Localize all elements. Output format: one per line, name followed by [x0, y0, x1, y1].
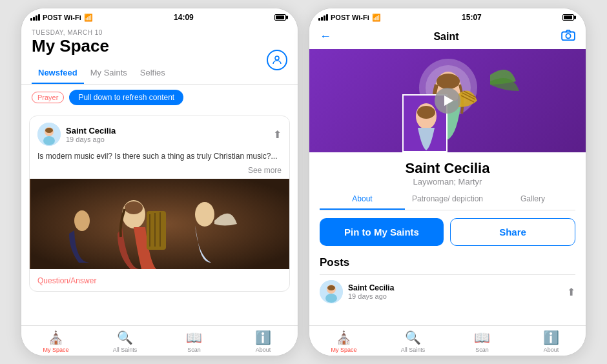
- bottom-nav-left: ⛪ My Space 🔍 All Saints 📖 Scan ℹ️ About: [21, 325, 298, 356]
- svg-point-7: [125, 201, 143, 214]
- carrier-name: POST Wi-Fi: [43, 14, 81, 21]
- camera-button[interactable]: [561, 29, 575, 44]
- status-bar-right: POST Wi-Fi 📶 15:07: [309, 8, 586, 26]
- share-icon[interactable]: ⬆: [273, 128, 282, 141]
- saint-tab-about[interactable]: About: [320, 189, 405, 210]
- back-button[interactable]: ←: [320, 30, 331, 43]
- about-icon: ℹ️: [255, 330, 271, 345]
- saint-tab-gallery[interactable]: Gallery: [490, 189, 575, 210]
- refresh-banner: Prayer Pull down to refresh content: [21, 85, 298, 110]
- left-content: Tuesday, March 10 My Space Newsfeed My S…: [21, 26, 298, 325]
- saint-name: Saint Cecilia: [320, 160, 575, 177]
- post-share-icon[interactable]: ⬆: [567, 286, 575, 298]
- feed-card-header: Saint Cecilia 19 days ago ⬆: [30, 116, 289, 148]
- share-button[interactable]: Share: [450, 218, 575, 246]
- nav-label-scan: Scan: [187, 347, 201, 353]
- nav-my-space-right[interactable]: ⛪ My Space: [309, 330, 378, 353]
- qa-tag: Question/Answer: [37, 276, 96, 285]
- tab-my-saints[interactable]: My Saints: [84, 63, 134, 84]
- svg-point-0: [275, 56, 279, 60]
- post-saint-name: Saint Cecilia: [348, 283, 394, 292]
- carrier-name-right: POST Wi-Fi: [331, 14, 369, 21]
- feed-meta: Saint Cecilia 19 days ago: [66, 126, 273, 143]
- nav-my-space-left[interactable]: ⛪ My Space: [21, 330, 90, 353]
- saint-tab-patronage[interactable]: Patronage/ depiction: [405, 189, 490, 210]
- battery-area: [274, 14, 286, 21]
- saint-info: Saint Cecilia Laywoman; Martyr: [309, 152, 586, 189]
- refresh-message[interactable]: Pull down to refresh content: [69, 90, 183, 105]
- search-icon: 🔍: [117, 330, 133, 345]
- scan-icon: 📖: [186, 330, 202, 345]
- saint-subtitle: Laywoman; Martyr: [320, 177, 575, 187]
- saint-actions: Pin to My Saints Share: [309, 210, 586, 254]
- header: Tuesday, March 10 My Space: [21, 26, 298, 63]
- pin-button[interactable]: Pin to My Saints: [320, 218, 444, 246]
- feed-card: Saint Cecilia 19 days ago ⬆ Is modern mu…: [29, 116, 290, 292]
- feed-image: [30, 179, 289, 269]
- signal-icon-right: [318, 14, 328, 21]
- post-time: 19 days ago: [348, 292, 394, 300]
- feed-saint-name: Saint Cecilia: [66, 126, 273, 136]
- status-bar-left: POST Wi-Fi 📶 14:09: [21, 8, 298, 26]
- feed-text: Is modern music evil? Is there such a th…: [30, 148, 289, 165]
- posts-section: Posts Saint Cecilia 19 days ago ⬆: [309, 254, 586, 303]
- home-icon-right: ⛪: [336, 330, 352, 345]
- saint-avatar-left: [37, 123, 61, 146]
- svg-point-13: [74, 210, 90, 231]
- battery-icon: [274, 14, 286, 21]
- hero-background: [309, 49, 586, 152]
- post-meta: Saint Cecilia 19 days ago: [348, 283, 394, 300]
- prayer-tag: Prayer: [32, 92, 64, 103]
- nav-label-about-right: About: [544, 347, 559, 353]
- nav-about-left[interactable]: ℹ️ About: [229, 330, 298, 353]
- svg-point-19: [437, 74, 460, 89]
- battery-area-right: [562, 14, 574, 21]
- tab-newsfeed[interactable]: Newsfeed: [32, 63, 84, 84]
- right-header: ← Saint: [309, 26, 586, 49]
- right-phone: POST Wi-Fi 📶 15:07 ← Saint: [309, 8, 586, 356]
- feed-footer: Question/Answer: [30, 269, 289, 291]
- feed-time: 19 days ago: [66, 136, 273, 143]
- signal-icon: [30, 14, 40, 21]
- bottom-nav-right: ⛪ My Space 🔍 All Saints 📖 Scan ℹ️ About: [309, 325, 586, 356]
- saint-tabs: About Patronage/ depiction Gallery: [320, 189, 575, 210]
- nav-scan-left[interactable]: 📖 Scan: [159, 330, 229, 353]
- left-phone: POST Wi-Fi 📶 14:09 Tuesday, March 10 My …: [21, 8, 298, 356]
- header-date: Tuesday, March 10: [32, 29, 287, 36]
- see-more-link[interactable]: See more: [30, 165, 289, 179]
- nav-label-myspace-right: My Space: [331, 347, 356, 353]
- svg-point-28: [325, 294, 337, 303]
- nav-all-saints-right[interactable]: 🔍 All Saints: [378, 330, 448, 353]
- tabs-row: Newsfeed My Saints Selfies: [21, 63, 298, 85]
- nav-about-right[interactable]: ℹ️ About: [517, 330, 586, 353]
- battery-icon-right: [562, 14, 574, 21]
- wifi-icon-right: 📶: [372, 14, 381, 22]
- svg-point-25: [417, 106, 435, 119]
- search-icon-right: 🔍: [405, 330, 421, 345]
- painting-placeholder: [30, 179, 289, 269]
- play-button[interactable]: [435, 88, 460, 114]
- page-title-right: Saint: [433, 31, 458, 43]
- profile-avatar-button[interactable]: [267, 50, 287, 70]
- about-icon-right: ℹ️: [543, 330, 559, 345]
- svg-point-12: [195, 202, 214, 227]
- hero-section: [309, 49, 586, 152]
- page-title: My Space: [32, 36, 287, 56]
- nav-label-about: About: [256, 347, 271, 353]
- home-icon: ⛪: [48, 330, 64, 345]
- status-time-right: 15:07: [462, 13, 482, 22]
- nav-label-myspace: My Space: [43, 347, 68, 353]
- nav-scan-right[interactable]: 📖 Scan: [448, 330, 517, 353]
- post-saint-avatar: [320, 280, 343, 303]
- svg-point-15: [566, 34, 570, 38]
- tab-selfies[interactable]: Selfies: [134, 63, 172, 84]
- svg-point-3: [43, 136, 55, 145]
- nav-all-saints-left[interactable]: 🔍 All Saints: [90, 330, 159, 353]
- posts-label: Posts: [320, 256, 575, 269]
- wifi-icon: 📶: [84, 14, 93, 22]
- carrier-info-right: POST Wi-Fi 📶: [318, 14, 381, 22]
- carrier-info: POST Wi-Fi 📶: [30, 14, 93, 22]
- svg-point-29: [327, 285, 335, 290]
- post-preview-row: Saint Cecilia 19 days ago ⬆: [320, 274, 575, 303]
- nav-label-allsaints: All Saints: [113, 347, 138, 353]
